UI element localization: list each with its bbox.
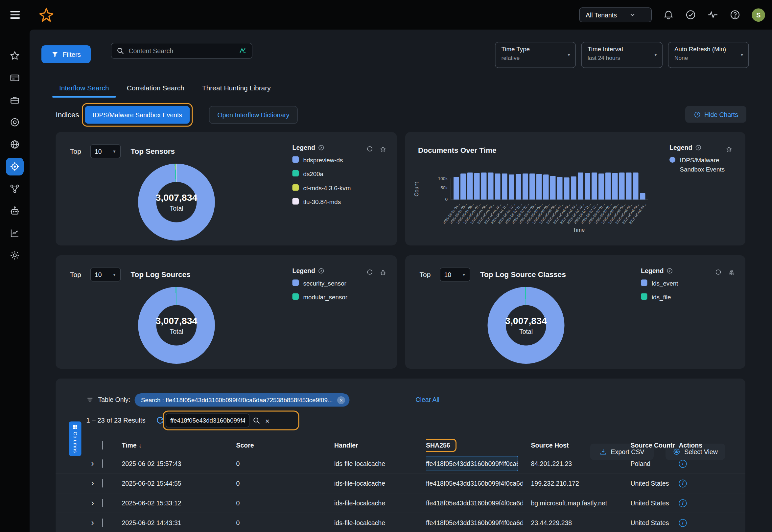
bug-icon[interactable]	[380, 146, 386, 152]
expand-row-icon[interactable]: ›	[91, 459, 94, 469]
expand-row-icon[interactable]: ›	[91, 479, 94, 488]
table-search-input[interactable]	[166, 414, 249, 428]
cell-sha256-selected[interactable]: ffe418f05e43dd3160b099f4f0ca6daa72538b85…	[426, 456, 518, 472]
briefcase-icon[interactable]	[9, 94, 21, 106]
remove-filter-icon[interactable]: ×	[337, 396, 345, 404]
legend-collapse-icon[interactable]	[318, 268, 325, 274]
tab-threat-hunting-library[interactable]: Threat Hunting Library	[193, 79, 280, 98]
search-filter-pill[interactable]: Search : ffe418f05e43dd3160b099f4f0ca6da…	[135, 393, 350, 407]
clear-all-link[interactable]: Clear All	[416, 396, 440, 404]
bug-icon[interactable]	[728, 269, 735, 276]
expand-row-icon[interactable]: ›	[91, 518, 94, 528]
top-sensors-donut[interactable]: 3,007,834 Total	[138, 164, 215, 241]
bar-labels: 2025-06-01 04...2025-06-01 05...2025-06-…	[454, 201, 651, 236]
open-interflow-dictionary-button[interactable]: Open Interflow Dictionary	[209, 106, 298, 124]
circle-icon[interactable]	[366, 269, 373, 276]
bug-icon[interactable]	[380, 269, 386, 276]
tenant-selector[interactable]: All Tenants	[579, 8, 652, 22]
content-search-input[interactable]	[129, 47, 235, 55]
globe-icon[interactable]	[9, 139, 21, 150]
chart-icon[interactable]	[9, 227, 21, 239]
top-n-select[interactable]: 10 ▼	[440, 268, 470, 282]
header-source-country[interactable]: Source Countr	[631, 441, 679, 449]
circle-icon[interactable]	[366, 146, 373, 152]
top-n-select[interactable]: 10 ▼	[90, 145, 121, 158]
legend-collapse-icon[interactable]	[318, 145, 325, 151]
auto-refresh-dropdown[interactable]: Auto Refresh (Min) None ▼	[668, 42, 749, 68]
hamburger-menu-icon[interactable]	[0, 11, 30, 19]
main-content: Filters Time Type relative ▼ Time Interv…	[30, 30, 772, 532]
filters-button[interactable]: Filters	[41, 45, 91, 63]
search-icon[interactable]	[252, 416, 261, 425]
tenant-selector-value: All Tenants	[586, 11, 617, 19]
notifications-bell-icon[interactable]	[663, 10, 674, 20]
legend-item[interactable]: ct-mds-4.3.6-kvm	[292, 184, 351, 193]
legend-item[interactable]: ids_file	[641, 293, 678, 303]
gear-icon[interactable]	[9, 249, 21, 261]
bar-chart[interactable]	[454, 171, 647, 200]
tasks-check-circle-icon[interactable]	[685, 10, 696, 20]
star-icon[interactable]	[9, 50, 21, 62]
legend-item[interactable]: tlu-30.84-mds	[292, 198, 351, 207]
row-checkbox[interactable]	[102, 519, 103, 527]
card-icon[interactable]	[9, 72, 21, 84]
system-health-pulse-icon[interactable]	[708, 10, 718, 20]
header-time[interactable]: Time↓	[122, 441, 236, 449]
time-interval-dropdown[interactable]: Time Interval last 24 hours ▼	[581, 42, 663, 68]
robot-icon[interactable]	[9, 205, 21, 217]
tab-interflow-search[interactable]: Interflow Search	[50, 79, 118, 98]
row-checkbox[interactable]	[102, 459, 103, 468]
select-all-checkbox[interactable]	[102, 441, 103, 450]
network-graph-icon[interactable]	[9, 183, 21, 195]
top-label: Top	[420, 271, 431, 279]
table-search-highlight-ring: ×	[163, 411, 299, 430]
crosshair-icon-active[interactable]	[6, 158, 24, 175]
legend-item[interactable]: security_sensor	[292, 279, 347, 289]
hide-charts-button[interactable]: Hide Charts	[685, 106, 746, 123]
tab-correlation-search[interactable]: Correlation Search	[118, 79, 193, 98]
query-language-icon[interactable]	[239, 47, 247, 55]
bug-icon[interactable]	[726, 146, 733, 152]
row-checkbox[interactable]	[102, 479, 103, 488]
cell-score: 0	[236, 499, 335, 507]
top-log-sources-donut[interactable]: 3,007,834 Total	[138, 287, 215, 364]
top-log-source-classes-donut[interactable]: 3,007,834 Total	[488, 287, 565, 364]
top-n-select[interactable]: 10 ▼	[90, 268, 121, 282]
legend-collapse-icon[interactable]	[667, 268, 673, 274]
legend-item[interactable]: IDPS/Malware Sandbox Events	[669, 156, 725, 175]
legend-item[interactable]: bdspreview-ds	[292, 156, 351, 165]
legend-collapse-icon[interactable]	[695, 145, 702, 151]
info-icon[interactable]: i	[679, 479, 687, 487]
brand-star-logo[interactable]	[38, 7, 54, 23]
legend-item[interactable]: ds200a	[292, 170, 351, 179]
legend-item[interactable]: ids_event	[641, 279, 678, 289]
help-icon[interactable]	[730, 10, 740, 20]
time-type-dropdown[interactable]: Time Type relative ▼	[495, 42, 576, 68]
documents-over-time-card: Documents Over Time Legend IDPS/Malware …	[405, 132, 745, 245]
expand-row-icon[interactable]: ›	[91, 498, 94, 508]
cell-time: 2025-06-02 15:57:43	[122, 460, 236, 468]
row-checkbox[interactable]	[102, 499, 103, 507]
header-sha256[interactable]: SHA256	[426, 438, 531, 452]
target-icon[interactable]	[9, 116, 21, 128]
legend-item[interactable]: modular_sensor	[292, 293, 347, 303]
circle-icon[interactable]	[715, 269, 722, 276]
table-row[interactable]: › 2025-06-02 15:33:12 0 ids-file-localca…	[56, 494, 746, 513]
clear-search-icon[interactable]: ×	[264, 416, 271, 425]
header-source-host[interactable]: Source Host	[531, 441, 631, 449]
info-icon[interactable]: i	[679, 460, 687, 468]
table-row[interactable]: › 2025-06-02 15:57:43 0 ids-file-localca…	[56, 454, 746, 474]
table-row[interactable]: › 2025-06-02 14:43:31 0 ids-file-localca…	[56, 513, 746, 532]
top-n-value: 10	[95, 148, 102, 155]
user-avatar[interactable]: S	[752, 8, 765, 22]
table-row[interactable]: › 2025-06-02 15:44:55 0 ids-file-localca…	[56, 474, 746, 494]
header-handler[interactable]: Handler	[334, 441, 426, 449]
history-clock-icon	[693, 111, 701, 118]
info-icon[interactable]: i	[679, 519, 687, 527]
legend-label: bdspreview-ds	[303, 156, 343, 165]
legend-label: tlu-30.84-mds	[303, 198, 341, 207]
header-score[interactable]: Score	[236, 441, 335, 449]
selected-index-button[interactable]: IDPS/Malware Sandbox Events	[85, 106, 190, 124]
cell-score: 0	[236, 480, 335, 487]
info-icon[interactable]: i	[679, 499, 687, 507]
